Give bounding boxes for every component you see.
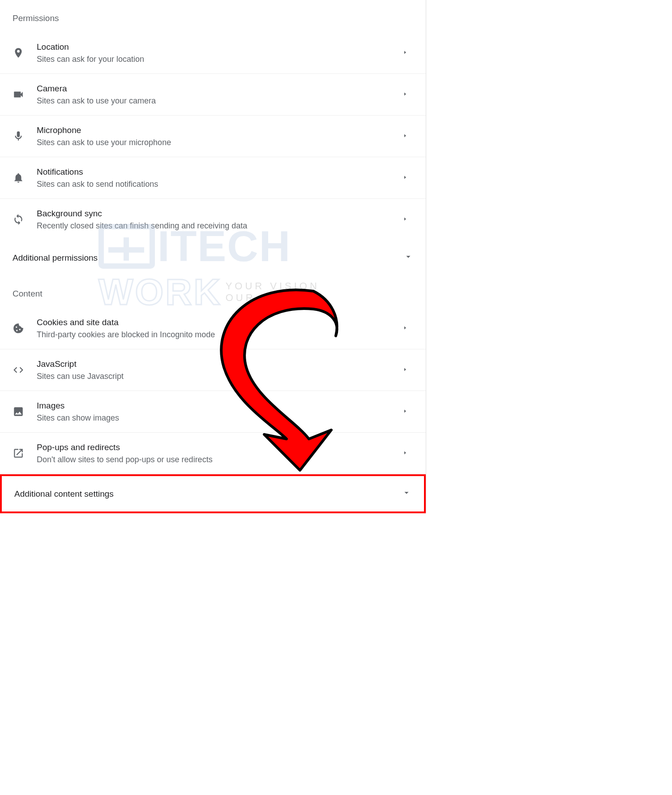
additional-permissions-label: Additional permissions [13, 253, 403, 263]
microphone-icon [13, 130, 37, 142]
location-title: Location [37, 42, 402, 52]
camera-row[interactable]: Camera Sites can ask to use your camera [0, 74, 426, 116]
background-sync-sub: Recently closed sites can finish sending… [37, 221, 402, 231]
sync-icon [13, 214, 37, 225]
permissions-header: Permissions [0, 0, 426, 32]
microphone-title: Microphone [37, 125, 402, 135]
chevron-right-icon [402, 325, 413, 332]
background-sync-title: Background sync [37, 209, 402, 219]
chevron-right-icon [402, 49, 413, 56]
notifications-sub: Sites can ask to send notifications [37, 180, 402, 189]
location-icon [13, 47, 37, 59]
camera-icon [13, 89, 37, 100]
additional-permissions-row[interactable]: Additional permissions [0, 240, 426, 275]
images-row[interactable]: Images Sites can show images [0, 391, 426, 433]
location-sub: Sites can ask for your location [37, 55, 402, 64]
background-sync-row[interactable]: Background sync Recently closed sites ca… [0, 199, 426, 240]
chevron-right-icon [402, 408, 413, 415]
cookies-sub: Third-party cookies are blocked in Incog… [37, 330, 402, 339]
additional-content-settings-row[interactable]: Additional content settings [0, 474, 426, 513]
chevron-right-icon [402, 450, 413, 457]
settings-page: Permissions Location Sites can ask for y… [0, 0, 426, 513]
popups-row[interactable]: Pop-ups and redirects Don't allow sites … [0, 433, 426, 474]
chevron-right-icon [402, 216, 413, 223]
chevron-down-icon [402, 488, 411, 500]
location-row[interactable]: Location Sites can ask for your location [0, 32, 426, 74]
chevron-right-icon [402, 91, 413, 98]
microphone-sub: Sites can ask to use your microphone [37, 138, 402, 147]
microphone-row[interactable]: Microphone Sites can ask to use your mic… [0, 116, 426, 157]
image-icon [13, 406, 37, 417]
chevron-right-icon [402, 133, 413, 140]
cookies-row[interactable]: Cookies and site data Third-party cookie… [0, 308, 426, 349]
javascript-sub: Sites can use Javascript [37, 372, 402, 381]
camera-title: Camera [37, 84, 402, 94]
content-header: Content [0, 275, 426, 308]
chevron-right-icon [402, 174, 413, 181]
popup-icon [13, 447, 37, 459]
bell-icon [13, 172, 37, 184]
chevron-right-icon [402, 366, 413, 374]
popups-title: Pop-ups and redirects [37, 443, 402, 452]
popups-sub: Don't allow sites to send pop-ups or use… [37, 455, 402, 464]
notifications-row[interactable]: Notifications Sites can ask to send noti… [0, 157, 426, 199]
notifications-title: Notifications [37, 167, 402, 177]
chevron-down-icon [403, 252, 413, 264]
cookie-icon [13, 322, 37, 334]
javascript-row[interactable]: JavaScript Sites can use Javascript [0, 349, 426, 391]
code-icon [13, 364, 37, 376]
images-sub: Sites can show images [37, 413, 402, 423]
javascript-title: JavaScript [37, 359, 402, 369]
images-title: Images [37, 401, 402, 411]
cookies-title: Cookies and site data [37, 318, 402, 327]
additional-content-settings-label: Additional content settings [14, 489, 402, 499]
camera-sub: Sites can ask to use your camera [37, 96, 402, 106]
